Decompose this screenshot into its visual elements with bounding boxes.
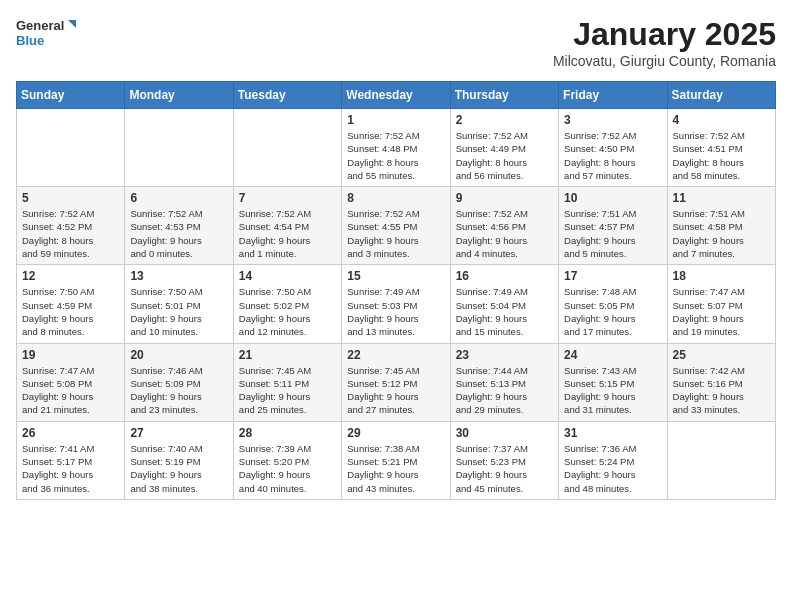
day-28: 28Sunrise: 7:39 AM Sunset: 5:20 PM Dayli… [233,421,341,499]
logo: General Blue [16,16,76,52]
day-2: 2Sunrise: 7:52 AM Sunset: 4:49 PM Daylig… [450,109,558,187]
day-info-9: Sunrise: 7:52 AM Sunset: 4:56 PM Dayligh… [456,207,553,260]
week-row-3: 12Sunrise: 7:50 AM Sunset: 4:59 PM Dayli… [17,265,776,343]
day-info-26: Sunrise: 7:41 AM Sunset: 5:17 PM Dayligh… [22,442,119,495]
week-row-2: 5Sunrise: 7:52 AM Sunset: 4:52 PM Daylig… [17,187,776,265]
svg-marker-2 [68,20,76,28]
day-number-21: 21 [239,348,336,362]
day-number-20: 20 [130,348,227,362]
day-number-18: 18 [673,269,770,283]
day-number-2: 2 [456,113,553,127]
day-22: 22Sunrise: 7:45 AM Sunset: 5:12 PM Dayli… [342,343,450,421]
calendar-table: SundayMondayTuesdayWednesdayThursdayFrid… [16,81,776,500]
day-number-22: 22 [347,348,444,362]
weekday-header-sunday: Sunday [17,82,125,109]
day-15: 15Sunrise: 7:49 AM Sunset: 5:03 PM Dayli… [342,265,450,343]
day-info-7: Sunrise: 7:52 AM Sunset: 4:54 PM Dayligh… [239,207,336,260]
day-8: 8Sunrise: 7:52 AM Sunset: 4:55 PM Daylig… [342,187,450,265]
day-number-31: 31 [564,426,661,440]
day-18: 18Sunrise: 7:47 AM Sunset: 5:07 PM Dayli… [667,265,775,343]
weekday-header-friday: Friday [559,82,667,109]
day-number-14: 14 [239,269,336,283]
page-header: General Blue January 2025 Milcovatu, Giu… [16,16,776,69]
day-info-17: Sunrise: 7:48 AM Sunset: 5:05 PM Dayligh… [564,285,661,338]
day-info-19: Sunrise: 7:47 AM Sunset: 5:08 PM Dayligh… [22,364,119,417]
day-number-7: 7 [239,191,336,205]
day-24: 24Sunrise: 7:43 AM Sunset: 5:15 PM Dayli… [559,343,667,421]
day-16: 16Sunrise: 7:49 AM Sunset: 5:04 PM Dayli… [450,265,558,343]
day-20: 20Sunrise: 7:46 AM Sunset: 5:09 PM Dayli… [125,343,233,421]
day-31: 31Sunrise: 7:36 AM Sunset: 5:24 PM Dayli… [559,421,667,499]
day-empty [233,109,341,187]
week-row-4: 19Sunrise: 7:47 AM Sunset: 5:08 PM Dayli… [17,343,776,421]
day-6: 6Sunrise: 7:52 AM Sunset: 4:53 PM Daylig… [125,187,233,265]
day-info-5: Sunrise: 7:52 AM Sunset: 4:52 PM Dayligh… [22,207,119,260]
day-info-2: Sunrise: 7:52 AM Sunset: 4:49 PM Dayligh… [456,129,553,182]
title-block: January 2025 Milcovatu, Giurgiu County, … [553,16,776,69]
day-info-27: Sunrise: 7:40 AM Sunset: 5:19 PM Dayligh… [130,442,227,495]
day-number-26: 26 [22,426,119,440]
day-empty [125,109,233,187]
day-info-6: Sunrise: 7:52 AM Sunset: 4:53 PM Dayligh… [130,207,227,260]
day-12: 12Sunrise: 7:50 AM Sunset: 4:59 PM Dayli… [17,265,125,343]
weekday-header-saturday: Saturday [667,82,775,109]
day-7: 7Sunrise: 7:52 AM Sunset: 4:54 PM Daylig… [233,187,341,265]
day-number-1: 1 [347,113,444,127]
weekday-header-row: SundayMondayTuesdayWednesdayThursdayFrid… [17,82,776,109]
day-info-21: Sunrise: 7:45 AM Sunset: 5:11 PM Dayligh… [239,364,336,417]
day-5: 5Sunrise: 7:52 AM Sunset: 4:52 PM Daylig… [17,187,125,265]
day-info-13: Sunrise: 7:50 AM Sunset: 5:01 PM Dayligh… [130,285,227,338]
day-27: 27Sunrise: 7:40 AM Sunset: 5:19 PM Dayli… [125,421,233,499]
day-number-28: 28 [239,426,336,440]
day-1: 1Sunrise: 7:52 AM Sunset: 4:48 PM Daylig… [342,109,450,187]
day-number-23: 23 [456,348,553,362]
day-number-16: 16 [456,269,553,283]
week-row-5: 26Sunrise: 7:41 AM Sunset: 5:17 PM Dayli… [17,421,776,499]
day-number-30: 30 [456,426,553,440]
day-number-8: 8 [347,191,444,205]
svg-text:General: General [16,18,64,33]
day-25: 25Sunrise: 7:42 AM Sunset: 5:16 PM Dayli… [667,343,775,421]
day-number-19: 19 [22,348,119,362]
day-info-14: Sunrise: 7:50 AM Sunset: 5:02 PM Dayligh… [239,285,336,338]
day-9: 9Sunrise: 7:52 AM Sunset: 4:56 PM Daylig… [450,187,558,265]
day-info-29: Sunrise: 7:38 AM Sunset: 5:21 PM Dayligh… [347,442,444,495]
day-info-10: Sunrise: 7:51 AM Sunset: 4:57 PM Dayligh… [564,207,661,260]
calendar-title: January 2025 [553,16,776,53]
day-17: 17Sunrise: 7:48 AM Sunset: 5:05 PM Dayli… [559,265,667,343]
day-info-3: Sunrise: 7:52 AM Sunset: 4:50 PM Dayligh… [564,129,661,182]
day-info-25: Sunrise: 7:42 AM Sunset: 5:16 PM Dayligh… [673,364,770,417]
day-number-17: 17 [564,269,661,283]
day-number-9: 9 [456,191,553,205]
day-26: 26Sunrise: 7:41 AM Sunset: 5:17 PM Dayli… [17,421,125,499]
day-empty [667,421,775,499]
day-19: 19Sunrise: 7:47 AM Sunset: 5:08 PM Dayli… [17,343,125,421]
day-info-1: Sunrise: 7:52 AM Sunset: 4:48 PM Dayligh… [347,129,444,182]
day-number-25: 25 [673,348,770,362]
day-info-23: Sunrise: 7:44 AM Sunset: 5:13 PM Dayligh… [456,364,553,417]
day-4: 4Sunrise: 7:52 AM Sunset: 4:51 PM Daylig… [667,109,775,187]
day-13: 13Sunrise: 7:50 AM Sunset: 5:01 PM Dayli… [125,265,233,343]
day-info-22: Sunrise: 7:45 AM Sunset: 5:12 PM Dayligh… [347,364,444,417]
day-number-4: 4 [673,113,770,127]
week-row-1: 1Sunrise: 7:52 AM Sunset: 4:48 PM Daylig… [17,109,776,187]
day-number-27: 27 [130,426,227,440]
day-info-20: Sunrise: 7:46 AM Sunset: 5:09 PM Dayligh… [130,364,227,417]
calendar-subtitle: Milcovatu, Giurgiu County, Romania [553,53,776,69]
day-info-28: Sunrise: 7:39 AM Sunset: 5:20 PM Dayligh… [239,442,336,495]
day-10: 10Sunrise: 7:51 AM Sunset: 4:57 PM Dayli… [559,187,667,265]
day-11: 11Sunrise: 7:51 AM Sunset: 4:58 PM Dayli… [667,187,775,265]
weekday-header-tuesday: Tuesday [233,82,341,109]
day-30: 30Sunrise: 7:37 AM Sunset: 5:23 PM Dayli… [450,421,558,499]
day-number-13: 13 [130,269,227,283]
day-info-18: Sunrise: 7:47 AM Sunset: 5:07 PM Dayligh… [673,285,770,338]
day-29: 29Sunrise: 7:38 AM Sunset: 5:21 PM Dayli… [342,421,450,499]
day-number-10: 10 [564,191,661,205]
weekday-header-wednesday: Wednesday [342,82,450,109]
day-21: 21Sunrise: 7:45 AM Sunset: 5:11 PM Dayli… [233,343,341,421]
day-info-11: Sunrise: 7:51 AM Sunset: 4:58 PM Dayligh… [673,207,770,260]
day-number-6: 6 [130,191,227,205]
logo-svg: General Blue [16,16,76,52]
day-number-15: 15 [347,269,444,283]
day-empty [17,109,125,187]
